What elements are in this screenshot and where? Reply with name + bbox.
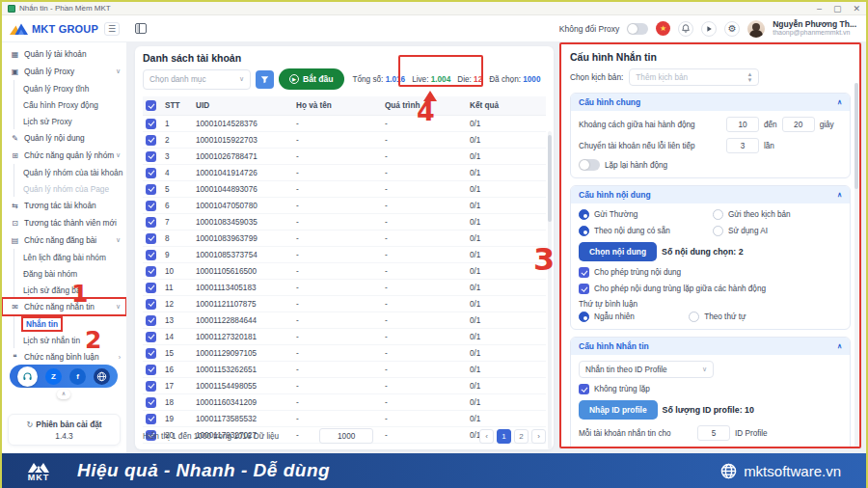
globe-icon[interactable] [94, 368, 110, 385]
no-duplicate-checkbox[interactable] [579, 384, 589, 394]
filter-button[interactable] [256, 70, 274, 89]
version-box: ↻Phiên bản cài đặt 1.4.3 [8, 414, 121, 446]
sidebar-collapse-icon[interactable] [135, 20, 147, 38]
content-section-header[interactable]: Cấu hình nội dung ∧ [571, 186, 850, 203]
row-checkbox[interactable] [146, 135, 156, 146]
row-checkbox[interactable] [146, 381, 156, 392]
row-checkbox[interactable] [146, 414, 156, 424]
sidebar-item[interactable]: ⊞Chức năng quản lý nhóm∨ [2, 147, 126, 164]
row-checkbox[interactable] [146, 151, 156, 162]
notifications-bell-icon[interactable] [678, 21, 693, 37]
proxy-toggle[interactable] [627, 23, 648, 35]
per-account-input[interactable] [697, 425, 730, 441]
sidebar-item[interactable]: ⇆Tương tác tài khoản [2, 197, 126, 214]
sidebar-item[interactable]: Cấu hình Proxy động [14, 96, 126, 113]
sidebar-item[interactable]: ❝Chức năng bình luận› [2, 348, 126, 366]
sidebar-item[interactable]: ✎Quản lý nội dung [2, 129, 126, 147]
user-avatar[interactable] [747, 20, 765, 38]
input-id-profile-button[interactable]: Nhập ID profile [579, 400, 658, 420]
delete-after-send-checkbox[interactable] [579, 447, 589, 448]
start-button[interactable]: ▶ Bắt đầu [279, 68, 344, 90]
row-checkbox[interactable] [146, 217, 156, 228]
language-flag-icon[interactable]: ★ [656, 21, 670, 36]
row-checkbox[interactable] [146, 184, 156, 195]
row-checkbox[interactable] [146, 201, 156, 211]
sidebar-item[interactable]: ▦Quản lý tài khoản [2, 45, 126, 63]
table-row: 1310001122884644--0/1 [143, 312, 546, 329]
sidebar-item[interactable]: Lên lịch đăng bài nhóm [14, 249, 126, 265]
user-info[interactable]: Nguyễn Phương Th... thaonp@phanmemmkt.vn [773, 20, 856, 38]
row-checkbox[interactable] [146, 299, 156, 310]
cell-result: 0/1 [467, 394, 546, 411]
message-section-header[interactable]: Cấu hình Nhắn tin ∧ [571, 338, 850, 355]
collapse-social-icon[interactable]: ∧ [57, 390, 70, 399]
general-section-header[interactable]: Cấu hình chung ∧ [571, 94, 850, 111]
table-scrollbar[interactable] [548, 131, 552, 449]
cell-result: 0/1 [467, 149, 546, 165]
sidebar-item[interactable]: ✉Chức năng nhắn tin∨ [2, 298, 126, 315]
error-count-input[interactable] [726, 138, 759, 153]
scenario-select[interactable]: Thêm kịch bản ▲▼ [629, 68, 759, 86]
page-button-1[interactable]: 1 [497, 429, 511, 444]
row-checkbox[interactable] [146, 266, 156, 277]
choose-content-button[interactable]: Chọn nội dung [579, 242, 657, 261]
row-checkbox[interactable] [146, 397, 156, 408]
cell-result: 0/1 [467, 345, 546, 362]
settings-gear-icon[interactable]: ⚙ [724, 21, 740, 37]
close-button[interactable]: ✕ [853, 4, 860, 14]
chevron-icon: ∨ [116, 236, 121, 244]
sidebar-item[interactable]: Lịch sử đăng bài [14, 282, 126, 298]
cell-uid: 10001026788471 [193, 149, 293, 165]
sidebar-item[interactable]: Đăng bài nhóm [14, 265, 126, 282]
row-checkbox[interactable] [146, 250, 156, 260]
select-all-checkbox[interactable] [146, 100, 156, 111]
allow-duplicate-actions-checkbox[interactable] [579, 284, 589, 294]
row-checkbox[interactable] [146, 233, 156, 244]
cell-uid: 10001085373754 [193, 247, 293, 263]
radio-random[interactable] [579, 312, 589, 322]
sidebar-item[interactable]: Lịch sử nhắn tin [14, 332, 126, 348]
sidebar-item[interactable]: ⊡Tương tác thành viên mới [2, 214, 126, 231]
sidebar-item[interactable]: Quản lý nhóm của Page [14, 180, 126, 197]
repeat-action-toggle[interactable] [579, 159, 600, 171]
sidebar-item[interactable]: ▣Quản lý Proxy∨ [2, 63, 126, 80]
minimize-button[interactable]: – [817, 4, 822, 14]
radio-available-content[interactable] [579, 226, 589, 236]
radio-send-script[interactable] [713, 209, 723, 220]
next-page-button[interactable]: › [531, 429, 546, 444]
row-checkbox[interactable] [146, 365, 156, 375]
spacing-from-input[interactable] [726, 117, 759, 132]
content-icon: ✎ [10, 134, 20, 143]
sidebar-item[interactable]: Quản lý Proxy tĩnh [14, 80, 126, 96]
category-select[interactable]: Chọn danh mục ∨ [143, 69, 251, 90]
hamburger-icon[interactable]: ☰ [104, 22, 120, 36]
row-checkbox[interactable] [146, 348, 156, 359]
row-checkbox[interactable] [146, 315, 156, 326]
message-mode-select[interactable]: Nhắn tin theo ID Profile ∨ [579, 361, 714, 378]
maximize-button[interactable]: ▢ [833, 4, 842, 14]
prev-page-button[interactable]: ‹ [479, 429, 494, 444]
row-checkbox[interactable] [146, 332, 156, 342]
website-link[interactable]: mktsoftware.vn [720, 463, 841, 479]
radio-use-ai[interactable] [713, 226, 723, 236]
cell-progress: - [382, 149, 467, 165]
radio-send-normal[interactable] [579, 209, 589, 220]
row-checkbox[interactable] [146, 283, 156, 293]
page-button-2[interactable]: 2 [514, 429, 529, 444]
sidebar-item[interactable]: ▤Chức năng đăng bài∨ [2, 231, 126, 249]
page-size-input[interactable] [319, 428, 373, 444]
facebook-icon[interactable]: f [69, 368, 86, 385]
table-row: 710001083459035--0/1 [143, 214, 546, 230]
config-scrollbar[interactable] [854, 83, 858, 448]
radio-sequential[interactable] [689, 312, 699, 322]
sidebar-item[interactable]: Lịch sử Proxy [14, 113, 126, 129]
tutorial-play-icon[interactable] [701, 21, 717, 37]
row-checkbox[interactable] [146, 119, 156, 129]
spacing-to-input[interactable] [782, 117, 815, 132]
row-checkbox[interactable] [146, 168, 156, 178]
sidebar-item[interactable]: Nhắn tin [14, 315, 126, 332]
support-icon[interactable] [17, 366, 38, 387]
zalo-icon[interactable]: Z [45, 368, 62, 385]
sidebar-item[interactable]: Quản lý nhóm của tài khoản [14, 164, 126, 180]
allow-duplicate-checkbox[interactable] [579, 267, 589, 278]
